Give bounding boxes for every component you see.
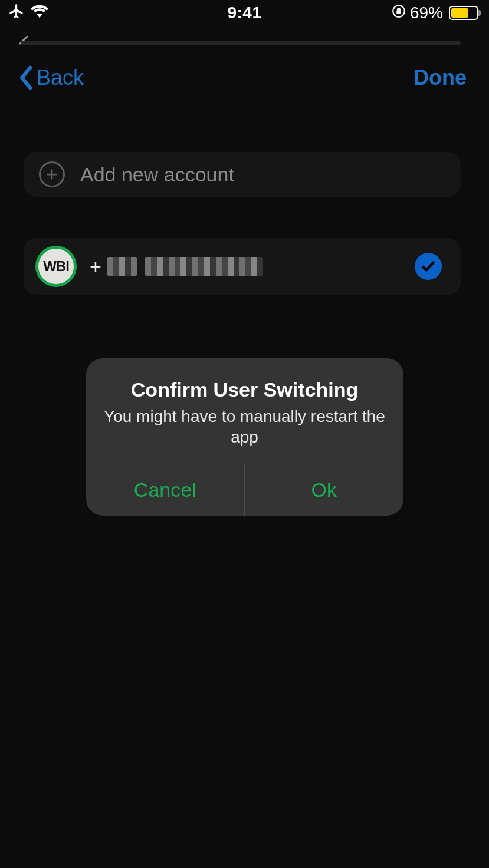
battery-percentage: 69% [410,4,443,22]
account-phone: + [90,255,402,278]
status-time: 9:41 [227,4,261,22]
avatar-text: WBI [43,258,69,275]
nav-bar: Back Done [0,58,489,98]
account-row[interactable]: WBI + [24,238,461,295]
avatar: WBI [35,246,77,287]
chevron-left-icon [18,65,35,91]
svg-rect-1 [396,10,401,13]
ok-button[interactable]: Ok [244,464,403,516]
done-button[interactable]: Done [413,65,467,90]
add-account-button[interactable]: Add new account [24,152,461,197]
back-button[interactable]: Back [18,65,84,91]
wifi-icon [31,4,48,22]
airplane-mode-icon [8,3,25,24]
dialog-body: Confirm User Switching You might have to… [86,358,403,464]
dialog-message: You might have to manually restart the a… [100,406,389,447]
status-left [8,3,48,24]
add-account-label: Add new account [80,163,234,186]
plus-circle-icon [39,161,65,187]
dialog-actions: Cancel Ok [86,464,403,516]
selected-check-icon [415,253,442,280]
status-right: 69% [391,4,478,23]
battery-icon [449,6,478,20]
orientation-lock-icon [391,4,406,23]
confirm-dialog: Confirm User Switching You might have to… [86,358,403,516]
battery-fill [451,8,468,18]
cancel-button[interactable]: Cancel [86,464,245,516]
account-list: Add new account WBI + [24,152,461,336]
phone-number-redacted [107,256,263,277]
sheet-grabber[interactable] [21,41,461,45]
back-label: Back [37,65,84,90]
status-bar: 9:41 69% [0,0,489,26]
phone-prefix: + [90,255,101,278]
dialog-title: Confirm User Switching [100,378,389,401]
